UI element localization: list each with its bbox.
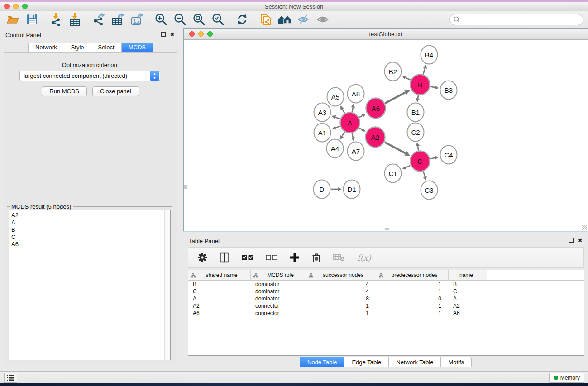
node-B[interactable]: B	[411, 75, 430, 95]
unselect-all-columns-icon[interactable]	[266, 255, 277, 261]
edge-D-D1[interactable]	[331, 187, 342, 191]
edge-A6-B[interactable]	[385, 90, 411, 103]
table-cell[interactable]: dominator	[251, 281, 306, 287]
node-C[interactable]: C	[411, 151, 430, 172]
table-cell[interactable]: 1	[306, 310, 376, 316]
refresh-layout-icon[interactable]	[233, 12, 252, 27]
edge-B-B4[interactable]	[423, 64, 427, 74]
tab-motifs[interactable]: Motifs	[441, 357, 472, 367]
table-cell[interactable]: C	[188, 288, 251, 295]
table-cell[interactable]: 1	[306, 303, 376, 309]
edge-A-A7[interactable]	[351, 133, 355, 141]
column-header-name[interactable]: name	[449, 270, 487, 280]
first-neighbors-icon[interactable]	[276, 12, 295, 27]
float-panel-icon[interactable]	[161, 32, 166, 37]
task-history-button[interactable]	[4, 373, 17, 383]
mcds-result-item[interactable]: A	[9, 219, 170, 226]
export-table-icon[interactable]	[109, 12, 128, 27]
network-canvas[interactable]: B4B2BB3A5A8A6A3B1AA1C2A2A4A7CC4C1C3DD1	[184, 40, 588, 231]
tab-edge-table[interactable]: Edge Table	[344, 357, 389, 367]
search-input[interactable]	[460, 15, 583, 24]
node-table[interactable]: shared nameMCDS rolesuccessor nodesprede…	[188, 270, 584, 356]
edge-C-C3[interactable]	[423, 171, 427, 181]
column-header-predecessor-nodes[interactable]: predecessor nodes	[376, 270, 449, 280]
zoom-out-icon[interactable]	[171, 12, 190, 27]
mcds-list-scrollbar[interactable]	[164, 210, 170, 360]
edge-A-A4[interactable]	[340, 132, 344, 140]
table-cell[interactable]: 0	[376, 295, 449, 302]
column-header-MCDS-role[interactable]: MCDS role	[251, 270, 306, 280]
edge-A-A1[interactable]	[332, 126, 340, 129]
table-cell[interactable]: 4	[306, 281, 376, 287]
column-layout-icon[interactable]	[220, 252, 229, 263]
search-field[interactable]	[449, 14, 583, 25]
table-row[interactable]: Cdominator41C	[188, 288, 584, 295]
vertical-scroll-nub[interactable]	[184, 185, 187, 189]
table-cell[interactable]: A2	[449, 303, 487, 309]
edge-A-A5[interactable]	[340, 105, 345, 113]
edge-C-C4[interactable]	[430, 156, 439, 160]
node-C4[interactable]: C4	[440, 146, 457, 164]
open-file-icon[interactable]	[4, 12, 23, 27]
node-A5[interactable]: A5	[327, 88, 344, 106]
edge-A-A3[interactable]	[332, 115, 340, 119]
tab-mcds[interactable]: MCDS	[122, 43, 153, 52]
show-all-icon[interactable]	[314, 12, 333, 27]
node-B2[interactable]: B2	[385, 62, 402, 81]
table-cell[interactable]: dominator	[251, 288, 306, 295]
tab-node-table[interactable]: Node Table	[300, 357, 345, 367]
table-row[interactable]: Bdominator41B	[188, 281, 584, 288]
table-cell[interactable]: 1	[376, 288, 449, 295]
column-header-successor-nodes[interactable]: successor nodes	[306, 270, 376, 280]
table-cell[interactable]: C	[449, 288, 487, 295]
table-cell[interactable]: dominator	[251, 295, 306, 302]
mcds-result-item[interactable]: A6	[9, 241, 170, 248]
table-cell[interactable]: 1	[376, 303, 449, 309]
import-table-icon[interactable]	[66, 12, 85, 27]
edge-C-C1[interactable]	[402, 166, 411, 170]
save-session-icon[interactable]	[23, 12, 42, 27]
node-B4[interactable]: B4	[421, 46, 438, 64]
add-column-icon[interactable]	[290, 253, 300, 262]
node-A8[interactable]: A8	[348, 85, 364, 103]
clone-network-icon[interactable]	[257, 12, 276, 27]
tab-select[interactable]: Select	[91, 43, 122, 52]
memory-button[interactable]: Memory	[549, 373, 584, 383]
node-A[interactable]: A	[340, 113, 360, 133]
tab-network[interactable]: Network	[28, 43, 64, 52]
node-A6[interactable]: A6	[366, 98, 386, 119]
edge-B-B3[interactable]	[430, 86, 439, 89]
edge-A-A8[interactable]	[351, 104, 355, 112]
node-A2[interactable]: A2	[366, 127, 385, 148]
zoom-in-icon[interactable]	[152, 12, 171, 27]
table-row[interactable]: Adominator80A	[188, 295, 584, 302]
edge-C-C2[interactable]	[416, 142, 420, 151]
export-network-icon[interactable]	[90, 12, 109, 27]
tab-network-table[interactable]: Network Table	[389, 357, 441, 367]
hide-selected-icon[interactable]	[295, 12, 314, 27]
node-C1[interactable]: C1	[385, 164, 402, 183]
node-C2[interactable]: C2	[407, 123, 424, 142]
window-resize-grip[interactable]	[582, 225, 587, 230]
edge-A-A2[interactable]	[359, 128, 365, 132]
node-A3[interactable]: A3	[314, 103, 331, 122]
node-C3[interactable]: C3	[421, 181, 438, 200]
import-network-icon[interactable]	[47, 12, 66, 27]
table-row[interactable]: A6connector11A6	[188, 310, 584, 317]
node-A4[interactable]: A4	[327, 139, 344, 158]
zoom-selected-icon[interactable]	[209, 12, 228, 27]
table-cell[interactable]: A	[449, 295, 487, 302]
mcds-result-item[interactable]: C	[9, 234, 170, 241]
table-cell[interactable]: A6	[449, 310, 487, 316]
table-cell[interactable]: B	[449, 281, 487, 287]
table-cell[interactable]: A6	[188, 310, 251, 316]
edge-B-B2[interactable]	[402, 76, 411, 80]
node-A1[interactable]: A1	[314, 124, 331, 142]
close-panel-button[interactable]: Close panel	[92, 86, 139, 96]
table-cell[interactable]: B	[188, 281, 251, 287]
edge-A2-C[interactable]	[385, 142, 411, 156]
float-table-panel-icon[interactable]	[569, 238, 574, 243]
delete-column-icon[interactable]	[312, 253, 321, 263]
run-mcds-button[interactable]: Run MCDS	[42, 86, 87, 96]
horizontal-scroll-nub[interactable]	[385, 228, 389, 230]
